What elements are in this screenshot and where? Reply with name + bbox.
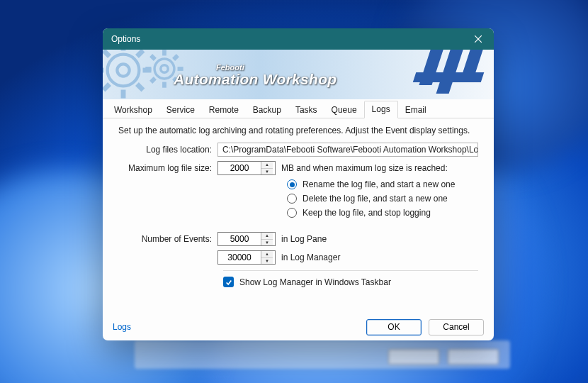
ok-button[interactable]: OK [366,319,422,335]
dialog-footer: Logs OK Cancel [103,313,494,340]
tab-queue[interactable]: Queue [324,102,364,118]
close-button[interactable] [463,28,494,50]
background-window-ghost [135,340,510,369]
spinner-down-icon[interactable]: ▼ [261,258,273,265]
svg-rect-15 [162,82,166,88]
close-icon [475,35,482,43]
events-pane-suffix: in Log Pane [281,234,327,244]
svg-rect-18 [172,54,179,61]
svg-point-2 [108,55,140,87]
tab-workshop[interactable]: Workshop [107,102,159,118]
events-label: Number of Events: [118,234,217,244]
events-manager-input[interactable] [218,252,261,262]
events-pane-input[interactable] [218,234,261,244]
show-log-manager-checkbox[interactable] [223,277,234,287]
cancel-button[interactable]: Cancel [429,319,484,335]
max-size-input[interactable] [218,163,261,173]
tab-content-logs: Set up the automatic log archiving and r… [103,118,494,287]
log-location-label: Log files location: [118,145,217,155]
svg-rect-14 [162,50,166,55]
spinner-up-icon[interactable]: ▲ [261,251,273,258]
max-size-action-radio-group: Rename the log file, and start a new one… [287,179,478,218]
checkmark-icon [225,279,232,286]
options-dialog: Options [103,28,494,340]
window-title: Options [111,34,140,44]
svg-rect-4 [121,50,126,50]
tab-backup[interactable]: Backup [246,102,288,118]
tab-tasks[interactable]: Tasks [288,102,324,118]
radio-option-label: Keep the log file, and stop logging [303,208,431,218]
max-size-label: Maximum log file size: [118,163,217,173]
svg-rect-25 [413,72,485,82]
show-log-manager-label: Show Log Manager in Windows Taskbar [239,277,391,287]
svg-rect-10 [103,50,111,58]
titlebar[interactable]: Options [103,28,494,50]
svg-point-12 [154,59,174,79]
svg-rect-5 [121,90,126,99]
banner: Febooti Automation Workshop [103,50,494,99]
max-size-stepper[interactable]: ▲ ▼ [217,161,276,175]
tab-logs[interactable]: Logs [364,101,398,118]
svg-rect-6 [103,68,103,73]
svg-rect-19 [149,77,157,84]
svg-rect-9 [103,82,111,91]
tab-remote[interactable]: Remote [202,102,246,118]
spinner-up-icon[interactable]: ▲ [261,233,273,240]
radio-option-1[interactable] [287,194,297,204]
desktop-background: Options [0,0,588,383]
spinner-down-icon[interactable]: ▼ [261,240,273,246]
spinner-up-icon[interactable]: ▲ [261,162,273,169]
svg-rect-20 [149,54,157,61]
radio-option-2[interactable] [287,208,297,218]
events-pane-stepper[interactable]: ▲ ▼ [217,232,276,246]
max-size-suffix: MB and when maximum log size is reached: [281,163,448,173]
svg-point-3 [117,64,129,76]
events-manager-stepper[interactable]: ▲ ▼ [217,250,276,265]
tab-email[interactable]: Email [398,102,434,118]
log-location-field[interactable]: C:\ProgramData\Febooti Software\Febooti … [217,143,478,157]
radio-option-label: Rename the log file, and start a new one [303,179,455,189]
radio-option-0[interactable] [287,179,297,189]
separator [223,270,478,271]
events-manager-suffix: in Log Manager [281,252,340,262]
tab-description: Set up the automatic log archiving and r… [118,126,478,135]
svg-point-13 [161,65,168,72]
tab-service[interactable]: Service [159,102,202,118]
banner-stripes-icon [380,50,494,99]
radio-option-label: Delete the log file, and start a new one [303,194,448,204]
svg-rect-16 [145,67,151,71]
banner-title: Febooti Automation Workshop [174,64,337,88]
logs-help-link[interactable]: Logs [113,322,131,332]
spinner-down-icon[interactable]: ▼ [261,169,273,175]
tab-strip: WorkshopServiceRemoteBackupTasksQueueLog… [103,101,494,118]
